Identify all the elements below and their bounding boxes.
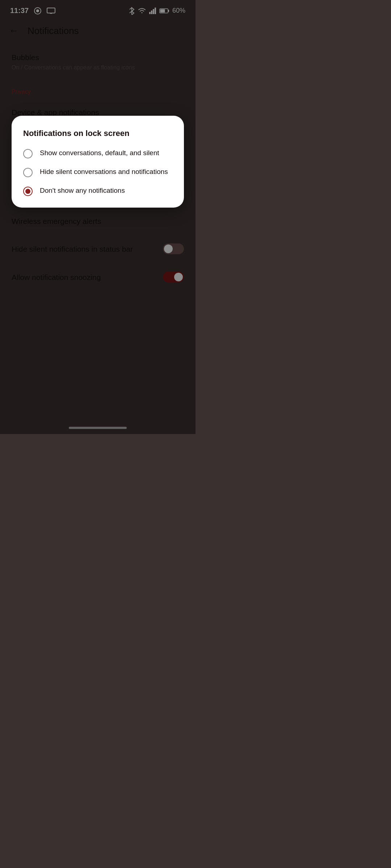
- option-2-label: Hide silent conversations and notificati…: [40, 167, 168, 177]
- dialog-option-3[interactable]: Don't show any notifications: [23, 186, 172, 196]
- dialog-title: Notifications on lock screen: [23, 129, 172, 138]
- lock-screen-dialog: Notifications on lock screen Show conver…: [12, 116, 184, 208]
- dialog-option-1[interactable]: Show conversations, default, and silent: [23, 148, 172, 158]
- radio-option-3[interactable]: [23, 187, 33, 196]
- radio-option-1[interactable]: [23, 149, 33, 158]
- option-1-label: Show conversations, default, and silent: [40, 148, 159, 158]
- dialog-overlay: [0, 0, 196, 434]
- option-3-label: Don't show any notifications: [40, 186, 125, 196]
- dialog-option-2[interactable]: Hide silent conversations and notificati…: [23, 167, 172, 177]
- radio-option-2[interactable]: [23, 168, 33, 177]
- radio-inner-selected: [25, 189, 30, 194]
